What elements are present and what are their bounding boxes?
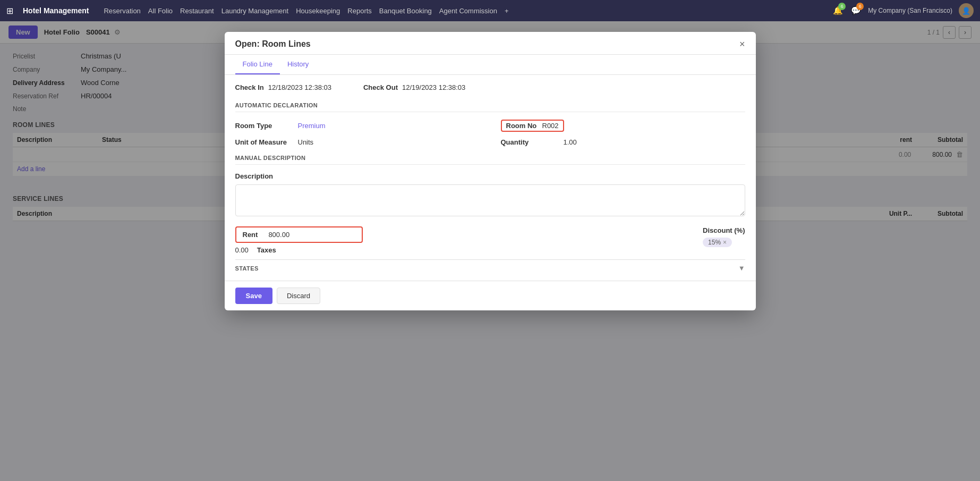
nav-banquet[interactable]: Banquet Booking bbox=[379, 7, 432, 15]
checkin-field: Check In 12/18/2023 12:38:03 bbox=[235, 83, 331, 91]
modal-footer: Save Discard bbox=[225, 281, 756, 310]
states-chevron-icon[interactable]: ▼ bbox=[738, 264, 745, 272]
nav-laundry[interactable]: Laundry Management bbox=[221, 7, 288, 15]
unit-of-measure-value: Units bbox=[298, 138, 314, 146]
save-button[interactable]: Save bbox=[235, 288, 272, 304]
description-field: Description bbox=[235, 172, 745, 180]
taxes-label: Taxes bbox=[257, 246, 276, 254]
checkout-field: Check Out 12/19/2023 12:38:03 bbox=[363, 83, 465, 91]
modal-overlay: Open: Room Lines × Folio Line History Ch… bbox=[0, 21, 980, 481]
nav-all-folio[interactable]: All Folio bbox=[148, 7, 173, 15]
checkin-checkout-row: Check In 12/18/2023 12:38:03 Check Out 1… bbox=[235, 83, 745, 91]
room-no-label: Room No bbox=[506, 122, 538, 130]
room-type-label: Room Type bbox=[235, 122, 294, 130]
rent-label: Rent bbox=[243, 231, 258, 239]
description-label: Description bbox=[235, 172, 294, 180]
modal-close-button[interactable]: × bbox=[739, 39, 745, 49]
quantity-field: Quantity 1.00 bbox=[501, 138, 745, 146]
room-type-field: Room Type Premium bbox=[235, 120, 480, 132]
checkout-label: Check Out bbox=[363, 83, 398, 91]
nav-restaurant[interactable]: Restaurant bbox=[180, 7, 214, 15]
checkout-value: 12/19/2023 12:38:03 bbox=[402, 83, 465, 91]
states-bar: STATES ▼ bbox=[235, 259, 745, 272]
top-navbar: ⊞ Hotel Management Reservation All Folio… bbox=[0, 0, 980, 21]
company-display: My Company (San Francisco) bbox=[868, 7, 952, 14]
checkin-value: 12/18/2023 12:38:03 bbox=[268, 83, 331, 91]
modal-body: Check In 12/18/2023 12:38:03 Check Out 1… bbox=[225, 75, 756, 281]
orange-badge: 6 bbox=[856, 3, 864, 10]
topnav-right: 🔔 6 💬 6 My Company (San Francisco) 👤 bbox=[832, 3, 974, 18]
rent-box: Rent 800.00 bbox=[235, 226, 363, 243]
room-no-value: R002 bbox=[542, 122, 559, 130]
room-no-field: Room No R002 bbox=[501, 120, 745, 132]
discount-badge: 15% × bbox=[703, 238, 732, 247]
modal-header: Open: Room Lines × bbox=[225, 32, 756, 55]
auto-declaration-fields: Room Type Premium Room No R002 Unit of M… bbox=[235, 120, 745, 146]
unit-of-measure-field: Unit of Measure Units bbox=[235, 138, 480, 146]
user-avatar[interactable]: 👤 bbox=[959, 3, 974, 18]
nav-reservation[interactable]: Reservation bbox=[104, 7, 140, 15]
tab-history[interactable]: History bbox=[280, 55, 316, 74]
rent-section: Rent 800.00 0.00 Taxes Discount (%) 15% bbox=[235, 226, 745, 254]
room-type-value: Premium bbox=[298, 122, 326, 130]
discount-section: Discount (%) 15% × bbox=[703, 226, 745, 247]
quantity-label: Quantity bbox=[501, 138, 559, 146]
app-grid-menu[interactable]: ⊞ bbox=[6, 6, 13, 16]
unit-of-measure-label: Unit of Measure bbox=[235, 138, 294, 146]
notification-green[interactable]: 🔔 6 bbox=[832, 5, 843, 16]
nav-housekeeping[interactable]: Housekeeping bbox=[296, 7, 340, 15]
modal-room-lines: Open: Room Lines × Folio Line History Ch… bbox=[225, 32, 756, 310]
discount-tag-value: 15% bbox=[708, 239, 721, 246]
description-textarea[interactable] bbox=[235, 184, 745, 216]
app-title: Hotel Management bbox=[23, 6, 89, 15]
checkin-label: Check In bbox=[235, 83, 264, 91]
tax-row: 0.00 Taxes bbox=[235, 246, 363, 254]
quantity-value: 1.00 bbox=[564, 138, 577, 146]
nav-add[interactable]: + bbox=[505, 7, 509, 15]
tax-value: 0.00 bbox=[235, 246, 249, 254]
grid-icon: ⊞ bbox=[6, 6, 13, 16]
modal-title: Open: Room Lines bbox=[235, 39, 311, 49]
green-badge: 6 bbox=[838, 3, 846, 10]
nav-agent[interactable]: Agent Commission bbox=[439, 7, 497, 15]
nav-links: Reservation All Folio Restaurant Laundry… bbox=[104, 7, 508, 15]
states-label: STATES bbox=[235, 265, 259, 272]
room-no-highlight: Room No R002 bbox=[501, 120, 564, 132]
main-area: New Hotel Folio S00041 ⚙ 1 / 1 ‹ › Price… bbox=[0, 21, 980, 481]
tab-folio-line[interactable]: Folio Line bbox=[235, 55, 280, 74]
rent-box-wrapper: Rent 800.00 0.00 Taxes bbox=[235, 226, 363, 254]
manual-description-label: MANUAL DESCRIPTION bbox=[235, 155, 745, 165]
modal-tabs: Folio Line History bbox=[225, 55, 756, 75]
notification-orange[interactable]: 💬 6 bbox=[850, 5, 862, 16]
nav-reports[interactable]: Reports bbox=[347, 7, 372, 15]
auto-declaration-label: AUTOMATIC DECLARATION bbox=[235, 102, 745, 112]
discount-remove-button[interactable]: × bbox=[723, 239, 727, 246]
discard-button[interactable]: Discard bbox=[277, 288, 320, 304]
discount-label: Discount (%) bbox=[703, 226, 745, 234]
rent-value: 800.00 bbox=[268, 231, 289, 239]
